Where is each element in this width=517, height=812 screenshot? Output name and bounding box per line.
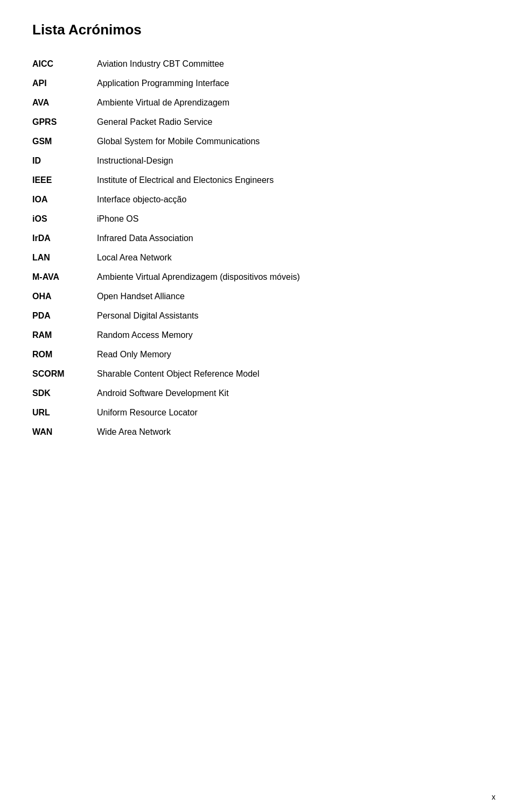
acronym-abbr: IrDA <box>32 229 97 248</box>
acronym-table: AICCAviation Industry CBT CommitteeAPIAp… <box>32 54 485 442</box>
acronym-abbr: URL <box>32 403 97 422</box>
acronym-abbr: LAN <box>32 248 97 267</box>
acronym-definition: Wide Area Network <box>97 422 485 442</box>
list-item: URLUniform Resource Locator <box>32 403 485 422</box>
acronym-definition: Open Handset Alliance <box>97 287 485 306</box>
acronym-definition: Uniform Resource Locator <box>97 403 485 422</box>
list-item: RAMRandom Access Memory <box>32 326 485 345</box>
acronym-abbr: ROM <box>32 345 97 364</box>
acronym-abbr: WAN <box>32 422 97 442</box>
acronym-definition: Aviation Industry CBT Committee <box>97 54 485 74</box>
list-item: IOAInterface objecto-acção <box>32 190 485 209</box>
acronym-definition: Read Only Memory <box>97 345 485 364</box>
acronym-definition: Instructional-Design <box>97 151 485 171</box>
acronym-abbr: SDK <box>32 384 97 403</box>
acronym-definition: Local Area Network <box>97 248 485 267</box>
acronym-definition: Ambiente Virtual Aprendizagem (dispositi… <box>97 267 485 287</box>
list-item: OHAOpen Handset Alliance <box>32 287 485 306</box>
list-item: GPRSGeneral Packet Radio Service <box>32 112 485 132</box>
acronym-definition: Institute of Electrical and Electonics E… <box>97 171 485 190</box>
acronym-abbr: IEEE <box>32 171 97 190</box>
acronym-abbr: GPRS <box>32 112 97 132</box>
acronym-definition: Ambiente Virtual de Aprendizagem <box>97 93 485 112</box>
list-item: AICCAviation Industry CBT Committee <box>32 54 485 74</box>
acronym-abbr: M-AVA <box>32 267 97 287</box>
acronym-abbr: iOS <box>32 209 97 229</box>
acronym-definition: Android Software Development Kit <box>97 384 485 403</box>
acronym-definition: Application Programming Interface <box>97 74 485 93</box>
list-item: GSMGlobal System for Mobile Communicatio… <box>32 132 485 151</box>
acronym-abbr: OHA <box>32 287 97 306</box>
list-item: WANWide Area Network <box>32 422 485 442</box>
acronym-abbr: GSM <box>32 132 97 151</box>
acronym-definition: Interface objecto-acção <box>97 190 485 209</box>
acronym-abbr: AICC <box>32 54 97 74</box>
acronym-definition: General Packet Radio Service <box>97 112 485 132</box>
list-item: AVAAmbiente Virtual de Aprendizagem <box>32 93 485 112</box>
list-item: LANLocal Area Network <box>32 248 485 267</box>
list-item: SDKAndroid Software Development Kit <box>32 384 485 403</box>
acronym-definition: iPhone OS <box>97 209 485 229</box>
acronym-definition: Global System for Mobile Communications <box>97 132 485 151</box>
acronym-abbr: AVA <box>32 93 97 112</box>
list-item: IEEEInstitute of Electrical and Electoni… <box>32 171 485 190</box>
list-item: PDAPersonal Digital Assistants <box>32 306 485 326</box>
list-item: iOSiPhone OS <box>32 209 485 229</box>
list-item: IrDAInfrared Data Association <box>32 229 485 248</box>
list-item: APIApplication Programming Interface <box>32 74 485 93</box>
acronym-definition: Random Access Memory <box>97 326 485 345</box>
page-footer: x <box>492 793 495 801</box>
acronym-abbr: RAM <box>32 326 97 345</box>
acronym-definition: Sharable Content Object Reference Model <box>97 364 485 384</box>
list-item: M-AVAAmbiente Virtual Aprendizagem (disp… <box>32 267 485 287</box>
acronym-definition: Personal Digital Assistants <box>97 306 485 326</box>
acronym-abbr: API <box>32 74 97 93</box>
acronym-abbr: ID <box>32 151 97 171</box>
acronym-abbr: IOA <box>32 190 97 209</box>
list-item: IDInstructional-Design <box>32 151 485 171</box>
acronym-definition: Infrared Data Association <box>97 229 485 248</box>
page-title: Lista Acrónimos <box>32 22 485 38</box>
list-item: SCORMSharable Content Object Reference M… <box>32 364 485 384</box>
list-item: ROMRead Only Memory <box>32 345 485 364</box>
acronym-abbr: SCORM <box>32 364 97 384</box>
acronym-abbr: PDA <box>32 306 97 326</box>
